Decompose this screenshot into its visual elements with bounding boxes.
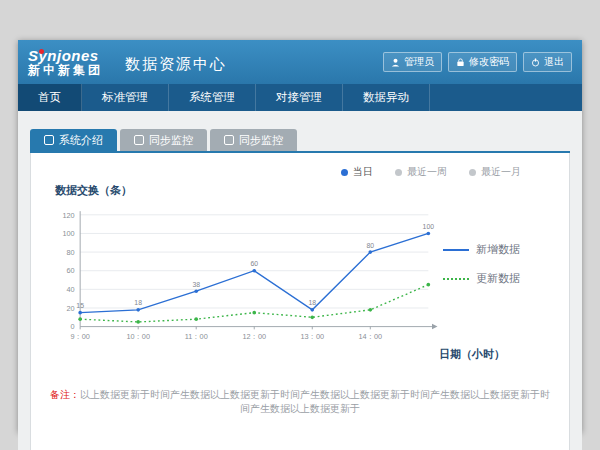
change-password-label: 修改密码 xyxy=(469,55,509,69)
filter-last-week[interactable]: 最近一周 xyxy=(395,165,447,179)
tab-bar: 系统介绍 同步监控 同步监控 xyxy=(30,123,570,151)
footnote: 备注：以上数据更新于时间产生数据以上数据更新于时间产生数据以上数据更新于时间产生… xyxy=(49,388,551,416)
nav-item-home[interactable]: 首页 xyxy=(18,84,82,111)
svg-text:100: 100 xyxy=(62,229,74,238)
svg-text:9：00: 9：00 xyxy=(70,332,90,341)
brand-subtitle: 新中新集团 xyxy=(28,64,103,77)
svg-text:15: 15 xyxy=(76,302,84,309)
app-window: Synjones 新中新集团 数据资源中心 管理员 修改密码 退出 首页 标准管… xyxy=(18,40,582,432)
main-nav: 首页 标准管理 系统管理 对接管理 数据异动 xyxy=(18,84,582,111)
tab-icon xyxy=(44,135,54,145)
nav-item-connection-mgmt[interactable]: 对接管理 xyxy=(256,84,343,111)
tab-label: 同步监控 xyxy=(149,133,193,148)
admin-user-label: 管理员 xyxy=(404,55,434,69)
filter-label: 最近一月 xyxy=(481,165,521,179)
nav-item-data-change[interactable]: 数据异动 xyxy=(343,84,430,111)
power-icon xyxy=(531,58,540,67)
tab-icon xyxy=(134,135,144,145)
tab-sync-monitor-1[interactable]: 同步监控 xyxy=(120,129,207,151)
filter-last-month[interactable]: 最近一月 xyxy=(469,165,521,179)
page-title: 数据资源中心 xyxy=(125,55,227,74)
svg-text:60: 60 xyxy=(250,260,258,267)
tab-sync-monitor-2[interactable]: 同步监控 xyxy=(210,129,297,151)
nav-item-system-mgmt[interactable]: 系统管理 xyxy=(169,84,256,111)
green-dotted-sample-icon xyxy=(443,278,469,280)
chart-canvas: 0204060801001209：0010：0011：0012：0013：001… xyxy=(49,202,443,347)
top-header: Synjones 新中新集团 数据资源中心 管理员 修改密码 退出 xyxy=(18,40,582,84)
chart-card: 当日 最近一周 最近一月 数据交换（条） 0204060801001209：00… xyxy=(30,153,570,450)
svg-text:60: 60 xyxy=(67,266,75,275)
logout-label: 退出 xyxy=(544,55,564,69)
line-chart: 0204060801001209：0010：0011：0012：0013：001… xyxy=(49,202,443,351)
filter-dot-icon xyxy=(341,169,348,176)
legend-item-updated-data[interactable]: 更新数据 xyxy=(443,271,551,286)
svg-text:0: 0 xyxy=(71,322,75,331)
svg-text:100: 100 xyxy=(423,223,435,230)
nav-item-standard-mgmt[interactable]: 标准管理 xyxy=(82,84,169,111)
svg-text:11：00: 11：00 xyxy=(185,332,208,341)
blue-line-sample-icon xyxy=(443,249,469,251)
admin-user-button[interactable]: 管理员 xyxy=(383,52,442,72)
lock-icon xyxy=(456,58,465,67)
svg-text:13：00: 13：00 xyxy=(300,332,324,341)
svg-text:14：00: 14：00 xyxy=(359,332,383,341)
svg-text:18: 18 xyxy=(308,299,316,306)
footnote-text: 以上数据更新于时间产生数据以上数据更新于时间产生数据以上数据更新于时间产生数据以… xyxy=(80,389,550,414)
svg-text:80: 80 xyxy=(366,242,374,249)
legend-item-new-data[interactable]: 新增数据 xyxy=(443,242,551,257)
svg-text:120: 120 xyxy=(62,211,74,220)
y-axis-title: 数据交换（条） xyxy=(55,183,551,198)
user-icon xyxy=(391,58,400,67)
svg-text:20: 20 xyxy=(67,304,75,313)
filter-label: 当日 xyxy=(353,165,373,179)
logout-button[interactable]: 退出 xyxy=(523,52,572,72)
tab-system-intro[interactable]: 系统介绍 xyxy=(30,129,117,151)
svg-text:80: 80 xyxy=(67,248,75,257)
footnote-tag: 备注： xyxy=(50,389,80,400)
brand-logo: Synjones 新中新集团 xyxy=(28,48,103,76)
svg-text:18: 18 xyxy=(134,299,142,306)
logo-accent-dot xyxy=(39,49,44,54)
svg-text:10：00: 10：00 xyxy=(126,332,150,341)
svg-text:38: 38 xyxy=(192,281,200,288)
tab-label: 同步监控 xyxy=(239,133,283,148)
tab-label: 系统介绍 xyxy=(59,133,103,148)
filter-dot-icon xyxy=(469,169,476,176)
content-area: 系统介绍 同步监控 同步监控 当日 xyxy=(18,111,582,450)
legend-label: 更新数据 xyxy=(476,271,520,286)
filter-today[interactable]: 当日 xyxy=(341,165,373,179)
tab-icon xyxy=(224,135,234,145)
legend-label: 新增数据 xyxy=(476,242,520,257)
change-password-button[interactable]: 修改密码 xyxy=(448,52,517,72)
filter-dot-icon xyxy=(395,169,402,176)
chart-legend: 新增数据 更新数据 xyxy=(443,242,551,310)
range-filter-legend: 当日 最近一周 最近一月 xyxy=(49,161,551,181)
filter-label: 最近一周 xyxy=(407,165,447,179)
svg-text:12：00: 12：00 xyxy=(242,332,266,341)
svg-text:40: 40 xyxy=(67,285,75,294)
